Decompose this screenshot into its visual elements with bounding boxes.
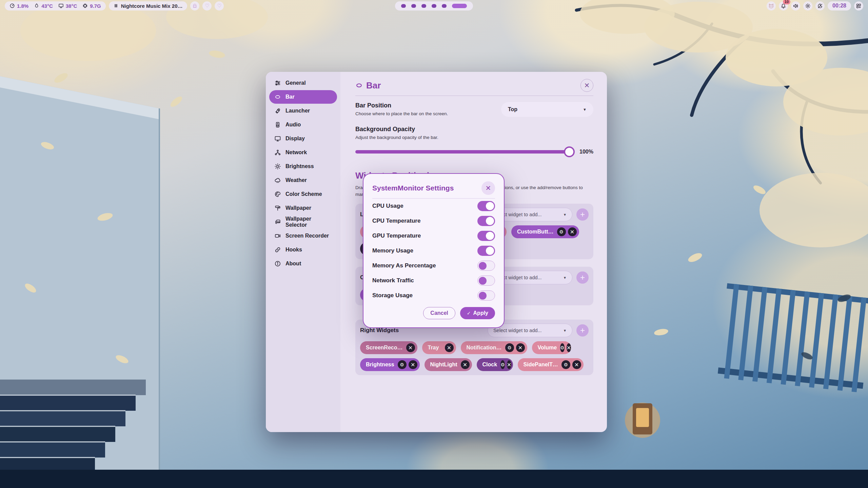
toggle-switch-network-traffic[interactable]	[477, 276, 495, 286]
tray-app-button[interactable]	[767, 1, 776, 11]
chip-settings-button[interactable]: ⚙	[560, 343, 565, 352]
speaker-box-icon	[274, 121, 281, 128]
gear-icon: ⚙	[507, 345, 512, 350]
widget-chip-clock[interactable]: Clock⚙✕	[477, 358, 513, 371]
add-widget-button[interactable]: +	[576, 208, 589, 221]
sidebar-item-general[interactable]: General	[269, 76, 337, 90]
media-player-pill[interactable]: Nightcore Music Mix 20…	[109, 1, 188, 11]
widget-chip-sidepanelt[interactable]: SidePanelT…⚙✕	[518, 358, 584, 371]
chip-remove-button[interactable]: ✕	[567, 343, 571, 352]
chip-settings-button[interactable]: ⚙	[561, 360, 570, 369]
workspace-dot[interactable]	[421, 4, 426, 8]
palette-icon	[274, 191, 281, 198]
sidebar-item-network[interactable]: Network	[269, 146, 337, 159]
cpu-usage-stat: 1.8%	[9, 3, 28, 9]
system-monitor-settings-modal: SystemMonitor Settings ✕ CPU UsageCPU Te…	[363, 173, 505, 328]
sidebar-item-about[interactable]: About	[269, 257, 337, 270]
toggle-label: Memory Usage	[372, 247, 413, 254]
toggle-switch-gpu-temperature[interactable]	[477, 231, 495, 241]
widget-chip-volume[interactable]: Volume⚙✕	[532, 341, 571, 354]
network-icon	[274, 149, 281, 156]
background-opacity-value: 100%	[579, 149, 593, 155]
chip-remove-button[interactable]: ✕	[568, 227, 577, 236]
add-widget-button[interactable]: +	[576, 271, 589, 284]
background-opacity-slider[interactable]	[355, 147, 574, 157]
ghost-button[interactable]	[190, 1, 199, 11]
gpu-temp-stat: 38°C	[58, 3, 77, 9]
widget-chip-screenreco[interactable]: ScreenReco…✕	[360, 341, 417, 354]
system-stats-pill[interactable]: 1.8% 43°C 38°C 9.7G	[5, 1, 106, 11]
bar-position-select[interactable]: Top ▼	[501, 102, 593, 117]
sidebar-item-brightness[interactable]: Brightness	[269, 160, 337, 173]
cancel-button[interactable]: Cancel	[423, 307, 455, 319]
apps-icon	[856, 3, 862, 9]
chip-remove-button[interactable]: ✕	[445, 343, 454, 352]
workspace-dot[interactable]	[411, 4, 416, 8]
slider-thumb[interactable]	[564, 146, 575, 157]
notification-badge: 10	[783, 0, 790, 4]
chip-remove-button[interactable]: ✕	[516, 343, 525, 352]
favorite-button[interactable]: ♡	[202, 1, 212, 11]
sidebar-item-hooks[interactable]: Hooks	[269, 243, 337, 257]
widget-chip-custombutt[interactable]: CustomButt…⚙✕	[511, 225, 579, 238]
chip-remove-button[interactable]: ✕	[507, 360, 511, 369]
chip-settings-button[interactable]: ⚙	[557, 227, 566, 236]
widget-chip-brightness[interactable]: Brightness⚙✕	[360, 358, 420, 371]
workspace-dot[interactable]	[432, 4, 436, 8]
toggle-switch-cpu-usage[interactable]	[477, 201, 495, 211]
widget-chip-nightlight[interactable]: NightLight✕	[425, 358, 472, 371]
sidebar-item-bar[interactable]: Bar	[269, 90, 337, 104]
cpu-temp-stat: 43°C	[34, 3, 53, 9]
widget-chip-notification[interactable]: Notification…⚙✕	[461, 341, 527, 354]
sidebar-item-wallpaper-selector[interactable]: Wallpaper Selector	[269, 215, 337, 229]
workspace-dot[interactable]	[442, 4, 447, 8]
monitor-icon	[58, 3, 64, 8]
volume-button[interactable]	[791, 1, 800, 11]
toggle-switch-cpu-temperature[interactable]	[477, 216, 495, 226]
close-icon: ✕	[518, 345, 522, 351]
gear-icon: ⚙	[564, 362, 568, 367]
sun-icon	[274, 163, 281, 170]
window-close-button[interactable]: ✕	[580, 79, 593, 92]
workspace-dot[interactable]	[401, 4, 406, 8]
sidebar-item-label: About	[285, 261, 301, 267]
add-widget-button[interactable]: +	[576, 324, 589, 337]
chip-settings-button[interactable]: ⚙	[398, 360, 407, 369]
monitor-icon	[274, 135, 281, 142]
sidebar-item-color-scheme[interactable]: Color Scheme	[269, 187, 337, 201]
toggle-switch-storage-usage[interactable]	[477, 290, 495, 301]
chip-remove-button[interactable]: ✕	[409, 360, 417, 369]
workspace-indicator[interactable]	[395, 1, 473, 11]
clock-pill[interactable]: 00:28	[828, 1, 851, 11]
sidebar-item-audio[interactable]: Audio	[269, 118, 337, 131]
widget-chip-tray[interactable]: Tray✕	[422, 341, 456, 354]
sidebar-item-label: Screen Recorder	[285, 233, 329, 239]
chip-remove-button[interactable]: ✕	[572, 360, 581, 369]
favorite-button-2[interactable]: ♡	[215, 1, 224, 11]
cloud-icon	[274, 177, 281, 184]
sidebar-item-screen-recorder[interactable]: Screen Recorder	[269, 229, 337, 243]
sidebar-item-weather[interactable]: Weather	[269, 174, 337, 187]
ghost-icon	[192, 3, 197, 8]
chevron-down-icon: ▼	[563, 329, 567, 332]
workspace-dot-active[interactable]	[452, 4, 467, 8]
toggle-switch-memory-usage[interactable]	[477, 246, 495, 256]
notifications-button[interactable]: 10	[779, 1, 788, 11]
sidebar-item-wallpaper[interactable]: Wallpaper	[269, 201, 337, 215]
overview-button[interactable]	[854, 1, 863, 11]
chip-settings-button[interactable]: ⚙	[500, 360, 505, 369]
night-light-button[interactable]	[815, 1, 825, 11]
modal-title: SystemMonitor Settings	[372, 184, 454, 192]
chip-settings-button[interactable]: ⚙	[505, 343, 514, 352]
apply-button[interactable]: ✓Apply	[460, 307, 495, 319]
close-icon: ✕	[574, 362, 579, 368]
video-camera-icon	[274, 232, 281, 239]
toggle-switch-memory-as-percentage[interactable]	[477, 261, 495, 271]
chip-remove-button[interactable]: ✕	[461, 360, 470, 369]
chip-remove-button[interactable]: ✕	[406, 343, 415, 352]
sidebar-item-display[interactable]: Display	[269, 132, 337, 145]
modal-close-button[interactable]: ✕	[481, 181, 495, 195]
brightness-button[interactable]	[803, 1, 812, 11]
sidebar-item-launcher[interactable]: Launcher	[269, 104, 337, 118]
gear-icon: ⚙	[560, 345, 565, 350]
